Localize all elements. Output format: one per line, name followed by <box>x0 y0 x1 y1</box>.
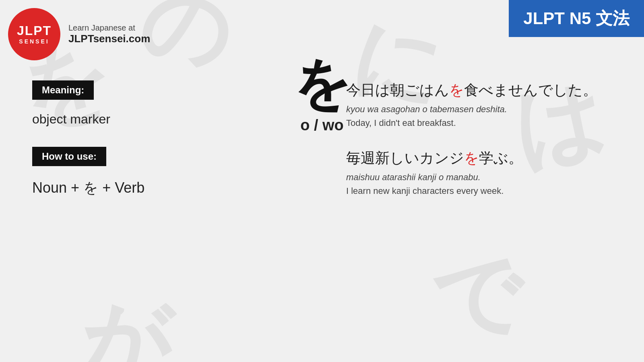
logo-jlpt: JLPT <box>17 24 52 38</box>
meaning-text: object marker <box>32 112 290 127</box>
jlpt-badge: JLPT N5 文法 <box>509 0 644 37</box>
example-1-japanese: 今日は朝ごはんを食べませんでした。 <box>346 80 612 100</box>
header: JLPT SENSEI Learn Japanese at JLPTsensei… <box>8 8 150 60</box>
example-2-after: 学ぶ。 <box>479 150 523 166</box>
example-2-before: 毎週新しいカンジ <box>346 150 464 166</box>
header-url: JLPTsensei.com <box>68 33 150 45</box>
meaning-section: Meaning: object marker <box>32 80 290 127</box>
right-panel: 今日は朝ごはんを食べませんでした。 kyou wa asagohan o tab… <box>322 0 644 362</box>
example-1-particle: を <box>449 82 464 98</box>
formula-noun: Noun <box>32 179 67 196</box>
example-1: 今日は朝ごはんを食べませんでした。 kyou wa asagohan o tab… <box>346 80 612 128</box>
logo: JLPT SENSEI <box>8 8 60 60</box>
example-2-japanese: 毎週新しいカンジを学ぶ。 <box>346 148 612 168</box>
badge-text: JLPT N5 文法 <box>523 9 630 28</box>
character-section: を o / wo <box>293 56 351 134</box>
example-2-romaji: maishuu atarashii kanji o manabu. <box>346 172 612 183</box>
formula-plus1: + <box>71 179 83 196</box>
formula-plus2: + <box>102 179 115 196</box>
example-1-before: 今日は朝ごはん <box>346 82 449 98</box>
header-text: Learn Japanese at JLPTsensei.com <box>68 23 150 45</box>
meaning-label: Meaning: <box>32 80 94 100</box>
how-to-use-section: How to use: Noun + を + Verb <box>32 147 290 198</box>
romanization: o / wo <box>293 117 351 134</box>
main-character: を <box>293 56 351 113</box>
header-learn: Learn Japanese at <box>68 23 150 33</box>
usage-formula: Noun + を + Verb <box>32 178 290 198</box>
example-2-particle: を <box>464 150 479 166</box>
example-1-romaji: kyou wa asagohan o tabemasen deshita. <box>346 104 612 115</box>
logo-sensei: SENSEI <box>19 39 49 45</box>
how-to-use-label: How to use: <box>32 147 106 166</box>
formula-particle: を <box>83 179 98 196</box>
example-1-after: 食べませんでした。 <box>464 82 597 98</box>
example-2: 毎週新しいカンジを学ぶ。 maishuu atarashii kanji o m… <box>346 148 612 196</box>
example-2-english: I learn new kanji characters every week. <box>346 186 612 196</box>
formula-verb: Verb <box>115 179 144 196</box>
example-1-english: Today, I didn't eat breakfast. <box>346 118 612 128</box>
